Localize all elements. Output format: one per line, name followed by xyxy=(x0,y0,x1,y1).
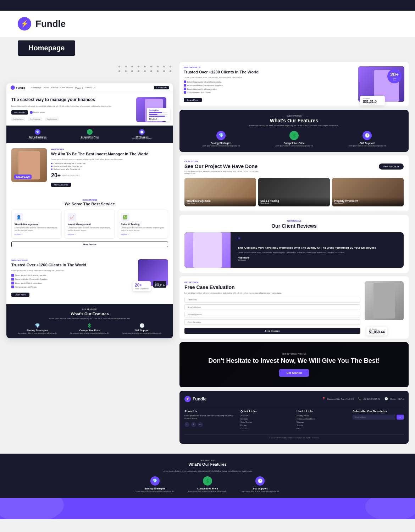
eval-phone[interactable] xyxy=(184,312,360,317)
footer: ⚡ Fundle 📍 Business City, Town Hall, 04 … xyxy=(179,391,409,444)
eval-email[interactable] xyxy=(184,304,360,310)
dot xyxy=(163,70,165,72)
cs-link-1[interactable]: View detail → xyxy=(187,202,254,204)
trusted-left: WHY CHOOSE US Trusted Over +1200 Clients… xyxy=(184,66,355,102)
ql-2[interactable]: Services xyxy=(240,418,292,420)
learn-btn-right[interactable]: Learn More xyxy=(184,98,202,102)
years-number: 20+ xyxy=(51,172,61,179)
reviews-title: Our Client Reviews xyxy=(184,223,404,229)
why-img-stack: 20+ Years Experience Stats $31,31.0 xyxy=(133,259,168,291)
hero-title: The easiest way to manage your finances xyxy=(11,97,133,103)
service-link-3[interactable]: Explore → xyxy=(121,233,165,235)
feature-desc-2: Lorem ipsum dolor sit amet xyxy=(80,138,99,140)
feat-desc-2: Lorem ipsum dolor sit amet, consectetur … xyxy=(70,332,109,334)
bottom-feat-name-2: Competitive Price xyxy=(188,487,227,490)
footer-contact-location: 📍 Business City, Town Hall, 04 xyxy=(322,397,354,400)
location-icon: 📍 xyxy=(322,397,326,400)
hours-text: 08 Am - 06 Pm xyxy=(389,398,404,400)
cs-overlay-1: Wealth Management View detail → xyxy=(184,197,256,206)
facebook-icon[interactable]: f xyxy=(184,422,189,427)
watch-video-btn[interactable]: Watch Video xyxy=(30,110,45,115)
tc-3: Lorem ipsum dolor sit consectetur. xyxy=(184,88,355,90)
hero-left: The easiest way to manage your finances … xyxy=(11,97,133,122)
bottom-wave xyxy=(0,498,415,519)
twitter-icon[interactable]: t xyxy=(191,422,196,427)
features-title-2: What's Our Features xyxy=(11,312,168,316)
eval-title: Free Case Evaluation xyxy=(184,284,360,290)
ul-4[interactable]: Support xyxy=(297,424,348,426)
dot xyxy=(131,66,133,67)
newsletter-submit-btn[interactable]: → xyxy=(397,415,404,420)
bottom-feat-desc-3: Lorem ipsum dolor sit amet consectetur a… xyxy=(241,491,279,492)
dot xyxy=(125,66,127,67)
phone-icon: 📞 xyxy=(358,397,361,400)
why-desc: Lorem ipsum dolor sit amet, consectetur … xyxy=(11,270,128,272)
footer-logo: ⚡ Fundle xyxy=(184,396,206,402)
learn-more-btn[interactable]: Learn More xyxy=(11,293,29,297)
chart-value: $31,31.0 xyxy=(155,284,165,287)
view-all-cases-btn[interactable]: View All Cases xyxy=(379,164,404,170)
trusted-tag: WHY CHOOSE US xyxy=(184,66,355,68)
ul-3[interactable]: Sitemap xyxy=(297,421,348,423)
who-desc: Lorem ipsum dolor sit amet, consectetur … xyxy=(51,158,168,160)
who-check-3: Sed accumsan felis. Curabitur vel. xyxy=(51,168,168,170)
dot xyxy=(138,66,139,67)
cs-link-3[interactable]: View detail → xyxy=(334,202,402,204)
cs-link-2[interactable]: View detail → xyxy=(260,202,328,204)
ul-5[interactable]: FAQ xyxy=(297,427,348,430)
service-desc-3: Lorem ipsum dolor sit amet, consectetur … xyxy=(121,227,165,232)
why-right: 20+ Years Experience Stats $31,31.0 xyxy=(133,259,168,297)
why-check-3: Lorem ipsum dolor sit consectetur. xyxy=(11,282,128,284)
dots-grid xyxy=(118,66,173,72)
ql-3[interactable]: Case Studies xyxy=(240,421,292,423)
badge-20-num: 20+ xyxy=(390,72,399,77)
stats-value: $31,31.0 xyxy=(363,100,382,104)
clock-icon: 🕐 xyxy=(384,397,388,400)
quick-links-list: About Us Services Case Studies Pricing C… xyxy=(240,415,292,430)
ql-1[interactable]: About Us xyxy=(240,415,292,417)
service-link-2[interactable]: Explore → xyxy=(68,233,112,235)
r-feat-desc-2: Lorem ipsum dolor sit amet consectetur a… xyxy=(275,145,313,147)
service-link-1[interactable]: Explore → xyxy=(15,233,59,235)
r-feat-icon-3: 🕐 xyxy=(363,131,372,140)
why-choose-section: WHY CHOOSE US Trusted Over +1200 Clients… xyxy=(6,254,173,301)
why-tag: WHY CHOOSE US xyxy=(11,259,128,261)
cta-content: GET IN TOUCH WITH US Don't Hesitate to I… xyxy=(187,353,402,376)
feature-price: 💲 Competitive Price Lorem ipsum dolor si… xyxy=(80,129,99,140)
hero-right: Saving Plan $31,31.0 xyxy=(136,97,168,122)
features-row-2: 💎 Saving Strategies Lorem ipsum dolor si… xyxy=(11,323,168,334)
get-started-btn[interactable]: Get Started xyxy=(11,110,28,115)
more-services-btn[interactable]: More Service xyxy=(11,242,168,247)
eval-firstname[interactable] xyxy=(184,297,360,303)
ul-2[interactable]: Terms and Conditions xyxy=(297,418,348,420)
dot xyxy=(118,66,120,67)
eval-submit-btn[interactable]: Send Message xyxy=(184,328,360,334)
ul-1[interactable]: Privacy Policy xyxy=(297,415,348,417)
bottom-feat-desc-2: Lorem ipsum dolor sit amet consectetur a… xyxy=(188,491,227,492)
ql-4[interactable]: Pricing xyxy=(240,424,292,426)
trusted-image: 20+ YearsExp. Statistics $31,31.0 xyxy=(358,66,404,102)
ql-5[interactable]: Contact xyxy=(240,427,292,430)
dot xyxy=(118,70,120,72)
trading-icon: 💹 xyxy=(121,213,129,221)
feat-name-1: Saving Strategies xyxy=(18,329,57,332)
newsletter-input[interactable] xyxy=(353,415,395,420)
service-card-trading: 💹 Sales & Trading Lorem ipsum dolor sit … xyxy=(118,210,168,239)
eval-desc: Lorem ipsum dolor sit amet, consectetur … xyxy=(184,292,360,294)
check-dot-1 xyxy=(51,163,52,164)
footer-newsletter-form: → xyxy=(353,415,404,420)
r-feat-name-2: Competitive Price xyxy=(275,142,313,144)
eval-message[interactable] xyxy=(184,319,360,325)
who-check-2: Maecenas blandit felis. Curabitur vel. xyxy=(51,165,168,167)
website-preview-card: Fundle Homepage About Service Case Studi… xyxy=(6,83,173,338)
cta-btn[interactable]: Get Started xyxy=(279,369,309,377)
who-check-1: Consectetur adipiscing elit. Curabitur v… xyxy=(51,162,168,165)
bottom-feat-icon-3: 🕐 xyxy=(255,476,265,486)
footer-newsletter-col: Subscribe Our Newsletter → xyxy=(353,410,404,431)
badge-20-label: YearsExp. xyxy=(393,77,396,81)
about-us-btn[interactable]: More About Us xyxy=(51,183,71,187)
instagram-icon[interactable]: in xyxy=(198,422,203,427)
dot xyxy=(144,66,146,67)
dot xyxy=(163,66,165,67)
logo-icon: ⚡ xyxy=(18,17,31,31)
